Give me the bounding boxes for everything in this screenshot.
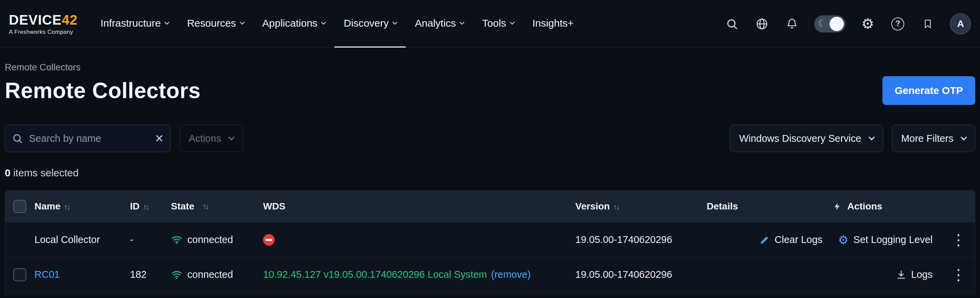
clear-search-icon[interactable]: ×	[155, 131, 164, 146]
theme-toggle[interactable]: ☾	[814, 15, 846, 32]
globe-icon[interactable]	[754, 16, 770, 32]
brand-subtitle: A Freshworks Company	[9, 29, 78, 35]
brand-accent: 42	[62, 12, 78, 27]
table-row-rc01: RC01 182 connected 10.92.45.127 v19.05.0…	[5, 257, 975, 292]
chevron-down-icon	[869, 134, 875, 140]
page-content: Remote Collectors Remote Collectors Gene…	[0, 62, 980, 296]
nav-item-infrastructure[interactable]: Infrastructure	[91, 0, 178, 48]
wds-address: 10.92.45.127 v19.05.00.1740620296 Local …	[263, 269, 487, 280]
sort-icon[interactable]: ↑↓	[143, 203, 148, 211]
user-avatar[interactable]: A	[950, 13, 971, 35]
column-header-details: Details	[707, 201, 833, 212]
help-icon[interactable]: ?	[890, 16, 905, 32]
chevron-down-icon	[961, 134, 967, 140]
gear-icon: ⚙	[838, 234, 848, 246]
nav-item-resources[interactable]: Resources	[178, 0, 253, 48]
collector-version: 19.05.00-1740620296	[575, 234, 707, 245]
collector-state: connected	[171, 234, 263, 246]
actions-dropdown[interactable]: Actions	[180, 125, 243, 152]
wds-remove-link[interactable]: (remove)	[491, 269, 531, 280]
set-logging-level-button[interactable]: ⚙ Set Logging Level	[838, 234, 932, 246]
settings-gear-icon[interactable]: ⚙	[860, 16, 876, 32]
row-menu-kebab-icon[interactable]: ⋮	[948, 267, 969, 282]
sort-icon[interactable]: ↑↓	[64, 203, 69, 211]
collector-name: RC01	[35, 269, 130, 280]
row-actions: Logs ⋮	[707, 267, 975, 282]
collector-state: connected	[171, 269, 263, 280]
chevron-down-icon	[510, 20, 515, 25]
chevron-down-icon	[240, 20, 245, 25]
column-header-id[interactable]: ID↑↓	[130, 201, 171, 212]
column-header-actions: Actions	[833, 201, 975, 212]
wds-filter-dropdown[interactable]: Windows Discovery Service	[730, 125, 883, 152]
search-icon	[12, 133, 23, 144]
wds-cell: 10.92.45.127 v19.05.00.1740620296 Local …	[263, 269, 575, 280]
chevron-down-icon	[460, 20, 465, 25]
clear-logs-button[interactable]: Clear Logs	[760, 234, 822, 245]
generate-otp-button[interactable]: Generate OTP	[882, 76, 975, 105]
brand-name: DEVICE42	[9, 13, 78, 27]
top-navigation: DEVICE42 A Freshworks Company Infrastruc…	[0, 0, 980, 48]
search-box: ×	[5, 125, 170, 152]
row-menu-kebab-icon[interactable]: ⋮	[948, 232, 969, 247]
chevron-down-icon	[164, 20, 169, 25]
column-header-version[interactable]: Version↑↓	[575, 201, 707, 212]
column-header-name[interactable]: Name↑↓	[35, 201, 130, 212]
collector-id: 182	[130, 269, 171, 280]
sort-icon[interactable]: ↑↓	[202, 202, 208, 211]
bookmark-icon[interactable]	[920, 16, 935, 32]
chevron-down-icon	[321, 20, 326, 25]
search-input[interactable]	[28, 133, 150, 144]
moon-icon: ☾	[818, 18, 826, 29]
toggle-knob	[829, 17, 844, 31]
nav-item-analytics[interactable]: Analytics	[406, 0, 473, 48]
title-row: Remote Collectors Generate OTP	[5, 76, 975, 105]
search-icon[interactable]	[724, 16, 740, 32]
brush-icon	[760, 235, 770, 245]
wds-blocked-icon	[263, 234, 275, 246]
collectors-table: Name↑↓ ID↑↓ State↑↓ WDS Version↑↓ Detail…	[5, 191, 975, 296]
nav-item-applications[interactable]: Applications	[253, 0, 335, 48]
logs-button[interactable]: Logs	[896, 269, 932, 280]
more-filters-dropdown[interactable]: More Filters	[892, 125, 975, 152]
toolbar: × Actions Windows Discovery Service More…	[5, 125, 975, 152]
table-header-row: Name↑↓ ID↑↓ State↑↓ WDS Version↑↓ Detail…	[5, 191, 975, 222]
topnav-actions: ☾ ⚙ ? A	[724, 0, 971, 48]
nav-item-discovery[interactable]: Discovery	[334, 0, 406, 48]
wifi-connected-icon	[171, 269, 183, 280]
chevron-down-icon	[392, 20, 397, 25]
sort-icon[interactable]: ↑↓	[613, 203, 619, 211]
breadcrumb[interactable]: Remote Collectors	[5, 62, 975, 73]
main-nav: Infrastructure Resources Applications Di…	[91, 0, 583, 48]
row-actions: Clear Logs ⚙ Set Logging Level ⋮	[707, 232, 975, 247]
nav-item-tools[interactable]: Tools	[473, 0, 523, 48]
collector-id: -	[130, 234, 171, 245]
collector-name: Local Collector	[35, 234, 130, 245]
select-all-checkbox[interactable]	[13, 200, 26, 213]
device42-logo[interactable]: DEVICE42 A Freshworks Company	[9, 0, 78, 48]
download-icon	[896, 270, 906, 280]
collector-name-link[interactable]: RC01	[35, 269, 60, 280]
table-row-partial	[5, 292, 975, 296]
chevron-down-icon	[228, 134, 234, 140]
nav-item-insights[interactable]: Insights+	[523, 0, 583, 48]
page-title: Remote Collectors	[5, 78, 200, 103]
selection-count: 0	[5, 167, 11, 178]
column-header-state[interactable]: State↑↓	[171, 201, 263, 212]
lightning-bolt-icon	[833, 202, 842, 211]
column-header-wds: WDS	[263, 201, 575, 212]
checkbox-cell	[5, 268, 35, 281]
bell-icon[interactable]	[784, 16, 800, 32]
wifi-connected-icon	[171, 234, 183, 246]
table-row-local-collector: Local Collector - connected 19.05.00-174…	[5, 222, 975, 257]
selection-status: 0items selected	[5, 167, 975, 179]
wds-cell	[263, 234, 575, 246]
row-checkbox[interactable]	[13, 268, 26, 281]
collector-version: 19.05.00-1740620296	[575, 269, 707, 280]
